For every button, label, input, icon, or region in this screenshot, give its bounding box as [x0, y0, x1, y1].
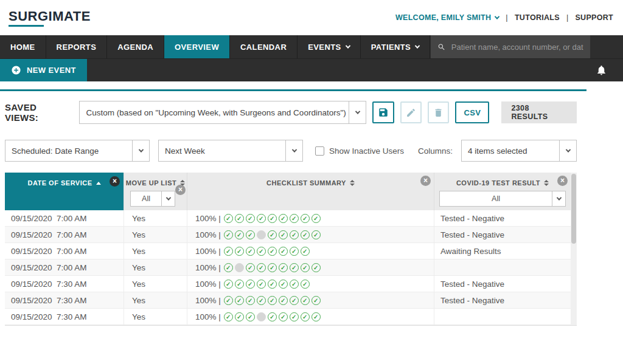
check-circle-icon: ✓ — [235, 296, 244, 305]
check-circle-icon: ✓ — [224, 312, 233, 321]
table-row[interactable]: 09/15/2020 7:30 AMYes100% |✓✓✓✓✓✓✓✓Teste… — [5, 276, 571, 292]
columns-select[interactable]: 4 items selected — [461, 140, 577, 162]
plus-circle-icon — [11, 65, 21, 75]
edit-view-button[interactable] — [400, 101, 422, 123]
column-header-checklist-summary[interactable]: CHECKLIST SUMMARY × — [187, 173, 434, 210]
move-up-filter-select[interactable]: All — [130, 191, 175, 207]
move-up-list-cell: Yes — [124, 292, 187, 308]
checklist-percent: 100% | — [195, 296, 221, 305]
nav-label: AGENDA — [117, 43, 153, 52]
remove-column-icon[interactable]: × — [175, 185, 186, 195]
delete-view-button[interactable] — [428, 101, 449, 123]
table-row[interactable]: 09/15/2020 7:30 AMYes100% |✓✓✓✓✓✓✓✓✓Test… — [5, 292, 571, 309]
check-circle-icon: ✓ — [268, 280, 277, 289]
checklist-summary-cell: 100% |✓✓✓✓✓✓✓✓ — [187, 309, 434, 325]
column-header-date-of-service[interactable]: DATE OF SERVICE × — [5, 173, 124, 210]
check-circle-icon: ✓ — [290, 247, 299, 256]
show-inactive-toggle: Show Inactive Users — [315, 146, 404, 156]
results-count-badge: 2308 RESULTS — [501, 101, 577, 123]
top-header: SURGIMATE WELCOME, EMILY SMITH | TUTORIA… — [0, 0, 623, 35]
sort-ascending-icon — [96, 182, 101, 185]
column-header-covid-test-result[interactable]: COVID-19 TEST RESULT × All — [434, 173, 571, 210]
checklist-summary-cell: 100% |✓✓✓✓✓✓✓✓✓ — [187, 210, 434, 226]
show-inactive-checkbox[interactable] — [315, 146, 324, 156]
date-of-service-cell: 09/15/2020 7:00 AM — [5, 243, 124, 259]
filter-type-select[interactable]: Scheduled: Date Range — [5, 140, 150, 162]
chevron-down-icon — [552, 191, 565, 206]
tutorials-link[interactable]: TUTORIALS — [515, 13, 560, 22]
check-circle-icon: ✓ — [235, 280, 244, 289]
save-view-button[interactable] — [372, 101, 394, 123]
check-circle-icon: ✓ — [301, 312, 310, 321]
remove-column-icon[interactable]: × — [557, 176, 568, 186]
search-input[interactable] — [451, 43, 583, 52]
table-row[interactable]: 09/15/2020 7:00 AMYes100% |✓✓✓✓✓✓✓✓Teste… — [5, 227, 571, 243]
main-nav: HOME REPORTS AGENDA OVERVIEW CALENDAR EV… — [0, 35, 623, 58]
covid-result-cell — [434, 259, 571, 275]
covid-filter-select[interactable]: All — [439, 191, 566, 207]
nav-label: REPORTS — [57, 43, 97, 52]
move-up-list-cell: Yes — [124, 259, 187, 275]
move-up-list-cell: Yes — [124, 243, 187, 259]
move-up-list-cell: Yes — [124, 309, 187, 325]
nav-item-patients[interactable]: PATIENTS — [361, 35, 431, 58]
checklist-summary-cell: 100% |✓✓✓✓✓✓✓✓ — [187, 276, 434, 292]
table-scrollbar[interactable] — [571, 173, 577, 325]
check-circle-icon: ✓ — [257, 280, 266, 289]
saved-view-select[interactable]: Custom (based on "Upcoming Week, with Su… — [79, 101, 366, 124]
table-row[interactable]: 09/15/2020 7:30 AMYes100% |✓✓✓✓✓✓✓✓ — [5, 309, 571, 325]
support-link[interactable]: SUPPORT — [575, 13, 613, 22]
checklist-summary-cell: 100% |✓✓✓✓✓✓✓✓ — [187, 227, 434, 242]
pending-circle-icon — [257, 230, 266, 239]
check-circle-icon: ✓ — [290, 263, 299, 272]
table-row[interactable]: 09/15/2020 7:00 AMYes100% |✓✓✓✓✓✓✓✓ — [5, 259, 571, 276]
new-event-button[interactable]: NEW EVENT — [0, 59, 87, 81]
filter-type-value: Scheduled: Date Range — [5, 140, 132, 161]
csv-export-button[interactable]: CSV — [455, 101, 489, 123]
checklist-percent: 100% | — [195, 247, 221, 256]
check-circle-icon: ✓ — [257, 247, 266, 256]
scrollbar-thumb[interactable] — [571, 174, 576, 244]
welcome-label: WELCOME, EMILY SMITH — [395, 13, 491, 22]
check-circle-icon: ✓ — [279, 230, 288, 239]
covid-result-cell: Tested - Negative — [434, 210, 571, 226]
covid-result-cell: Tested - Negative — [434, 227, 571, 242]
nav-item-calendar[interactable]: CALENDAR — [230, 35, 298, 58]
welcome-menu[interactable]: WELCOME, EMILY SMITH — [395, 13, 499, 22]
check-circle-icon: ✓ — [301, 280, 310, 289]
table-row[interactable]: 09/15/2020 7:00 AMYes100% |✓✓✓✓✓✓✓✓Await… — [5, 243, 571, 259]
remove-column-icon[interactable]: × — [420, 176, 431, 186]
check-circle-icon: ✓ — [312, 230, 321, 239]
period-value: Next Week — [159, 140, 285, 161]
check-circle-icon: ✓ — [257, 296, 266, 305]
period-select[interactable]: Next Week — [158, 140, 303, 162]
check-circle-icon: ✓ — [246, 214, 255, 223]
nav-label: OVERVIEW — [175, 43, 219, 52]
notifications-button[interactable] — [596, 64, 607, 76]
covid-result-cell: Awaiting Results — [434, 243, 571, 259]
save-icon — [378, 107, 389, 118]
check-circle-icon: ✓ — [312, 312, 321, 321]
check-circle-icon: ✓ — [290, 230, 299, 239]
checklist-percent: 100% | — [195, 312, 221, 321]
new-event-label: NEW EVENT — [27, 66, 76, 75]
table-row[interactable]: 09/15/2020 7:00 AMYes100% |✓✓✓✓✓✓✓✓✓Test… — [5, 210, 571, 227]
check-circle-icon: ✓ — [224, 214, 233, 223]
nav-item-overview[interactable]: OVERVIEW — [164, 35, 230, 58]
check-circle-icon: ✓ — [301, 230, 310, 239]
check-circle-icon: ✓ — [224, 280, 233, 289]
check-circle-icon: ✓ — [246, 247, 255, 256]
nav-item-agenda[interactable]: AGENDA — [107, 35, 164, 58]
nav-item-events[interactable]: EVENTS — [298, 35, 360, 58]
surgimate-logo[interactable]: SURGIMATE — [9, 9, 91, 27]
checklist-summary-cell: 100% |✓✓✓✓✓✓✓✓ — [187, 259, 434, 275]
chevron-down-icon — [415, 43, 420, 48]
chevron-down-icon — [345, 43, 350, 48]
remove-column-icon[interactable]: × — [110, 176, 120, 187]
column-header-move-up-list[interactable]: MOVE UP LIST × All — [124, 173, 187, 210]
nav-item-reports[interactable]: REPORTS — [46, 35, 108, 58]
check-circle-icon: ✓ — [279, 263, 288, 272]
nav-item-home[interactable]: HOME — [0, 35, 46, 58]
checklist-summary-cell: 100% |✓✓✓✓✓✓✓✓ — [187, 243, 434, 259]
check-circle-icon: ✓ — [268, 214, 277, 223]
